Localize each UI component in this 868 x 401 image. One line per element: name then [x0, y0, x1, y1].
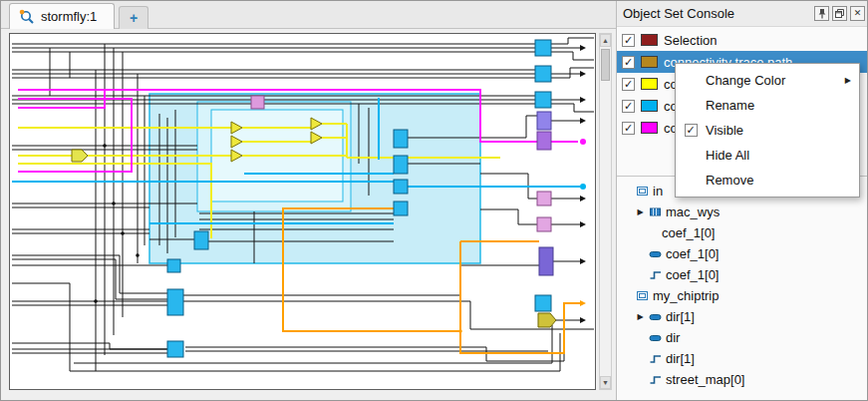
menu-item-hide-all[interactable]: Hide All — [676, 143, 859, 168]
net-icon — [649, 247, 662, 260]
menu-item-change-color[interactable]: Change Color ▶ — [676, 68, 859, 93]
scrollbar-thumb[interactable] — [601, 49, 610, 81]
cell-icon — [649, 205, 662, 218]
pin-icon — [817, 8, 827, 19]
tree-item-label: coef_1[0] — [666, 246, 720, 261]
panel-title: Object Set Console — [623, 6, 811, 21]
object-set-label: Selection — [664, 33, 717, 48]
tree-item-label: coef_1[0] — [662, 225, 716, 240]
net-icon — [649, 331, 662, 344]
tree-item[interactable]: coef_1[0] — [617, 243, 868, 264]
menu-icon-gutter: ✓ — [682, 124, 700, 137]
context-menu: Change Color ▶ Rename ✓ Visible Hide All… — [675, 63, 860, 198]
visibility-checkbox[interactable]: ✓ — [622, 34, 635, 47]
tree-item[interactable]: dir — [617, 327, 868, 348]
color-swatch[interactable] — [641, 34, 658, 46]
close-button[interactable]: ✕ — [850, 6, 865, 21]
menu-item-label: Hide All — [706, 148, 851, 163]
plus-icon: + — [130, 10, 138, 26]
waveform-icon — [649, 373, 662, 386]
object-tree: in ▶ mac_wys coef_1[0] coef_1[0] coef_1[… — [617, 181, 868, 400]
close-icon: ✕ — [854, 9, 862, 18]
scroll-down-button[interactable]: ▼ — [600, 376, 611, 389]
scroll-up-button[interactable]: ▲ — [600, 34, 611, 47]
menu-item-remove[interactable]: Remove — [676, 168, 859, 193]
tree-item-label: street_map[0] — [666, 372, 745, 387]
checkmark-icon: ✓ — [624, 79, 633, 90]
color-swatch[interactable] — [641, 56, 658, 68]
color-swatch[interactable] — [641, 122, 658, 134]
color-swatch[interactable] — [641, 100, 658, 112]
waveform-icon — [649, 268, 662, 281]
schematic-drawing — [10, 34, 595, 389]
checkmark-icon: ✓ — [624, 123, 633, 134]
tree-item[interactable]: ▶ dir[1] — [617, 306, 868, 327]
tree-item-label: my_chiptrip — [653, 288, 719, 303]
visible-checkbox[interactable]: ✓ — [685, 124, 698, 137]
expander-icon[interactable]: ▶ — [636, 312, 645, 321]
application-window: stormfly:1 + — [0, 0, 868, 401]
tree-item[interactable]: coef_1[0] — [617, 264, 868, 285]
submenu-arrow-icon: ▶ — [845, 76, 851, 85]
menu-item-label: Remove — [706, 173, 851, 188]
tab-label: stormfly:1 — [41, 9, 97, 24]
menu-item-label: Change Color — [706, 73, 839, 88]
checkmark-icon: ✓ — [624, 101, 633, 112]
color-swatch[interactable] — [641, 78, 658, 90]
menu-item-label: Visible — [706, 123, 851, 138]
tree-item[interactable]: coef_1[0] — [617, 222, 868, 243]
visibility-checkbox[interactable]: ✓ — [622, 56, 635, 69]
visibility-checkbox[interactable]: ✓ — [622, 122, 635, 135]
chip-icon — [636, 289, 649, 302]
tree-item[interactable]: my_chiptrip — [617, 285, 868, 306]
tree-item-label: coef_1[0] — [666, 267, 720, 282]
visibility-checkbox[interactable]: ✓ — [622, 100, 635, 113]
menu-item-rename[interactable]: Rename — [676, 93, 859, 118]
menu-item-label: Rename — [706, 98, 851, 113]
schematic-canvas[interactable] — [9, 33, 596, 390]
checkmark-icon: ✓ — [686, 125, 695, 136]
visibility-checkbox[interactable]: ✓ — [622, 78, 635, 91]
canvas-vertical-scrollbar[interactable]: ▲ ▼ — [599, 33, 612, 390]
tree-item-label: in — [653, 184, 663, 199]
menu-item-visible[interactable]: ✓ Visible — [676, 118, 859, 143]
scroll-up-icon: ▲ — [602, 37, 609, 44]
object-set-console-panel: Object Set Console ✕ ✓ — [616, 1, 868, 401]
float-window-icon — [834, 8, 845, 19]
pin-button[interactable] — [814, 6, 829, 21]
tree-item-label: mac_wys — [666, 204, 720, 219]
object-set-row-selection[interactable]: ✓ Selection — [617, 29, 868, 51]
panel-header: Object Set Console ✕ — [617, 1, 868, 27]
checkmark-icon: ✓ — [624, 57, 633, 68]
tree-item-label: dir[1] — [666, 309, 695, 324]
checkmark-icon: ✓ — [624, 35, 633, 46]
tree-item[interactable]: ▶ mac_wys — [617, 201, 868, 222]
schematic-search-icon — [19, 9, 35, 25]
new-tab-button[interactable]: + — [119, 6, 148, 29]
expander-icon[interactable]: ▶ — [636, 207, 645, 216]
tab-bar: stormfly:1 + — [1, 1, 616, 29]
tab-stormfly[interactable]: stormfly:1 — [9, 3, 115, 29]
float-button[interactable] — [832, 6, 847, 21]
chip-icon — [636, 185, 649, 198]
net-icon — [649, 310, 662, 323]
tree-item[interactable]: dir[1] — [617, 348, 868, 369]
scroll-down-icon: ▼ — [602, 379, 609, 386]
tree-item-label: dir[1] — [666, 351, 695, 366]
waveform-icon — [649, 352, 662, 365]
tree-item[interactable]: street_map[0] — [617, 369, 868, 390]
tree-item-label: dir — [666, 330, 680, 345]
